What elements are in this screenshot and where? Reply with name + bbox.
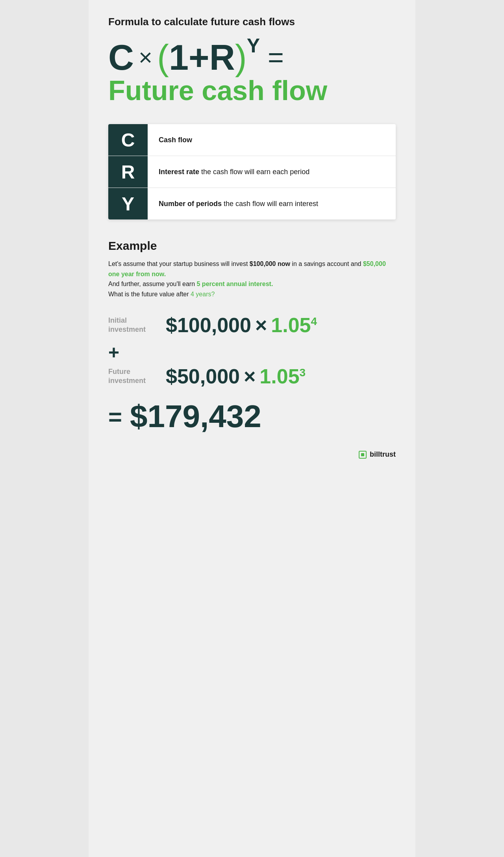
highlight-5-percent: 5 percent annual interest. bbox=[197, 281, 273, 287]
plus-sign: + bbox=[108, 343, 396, 362]
legend-item-r: R Interest rate the cash flow will earn … bbox=[108, 156, 396, 188]
initial-amount: $100,000 bbox=[166, 315, 251, 335]
formula-display: C × ( 1+R ) Y = Future cash flow bbox=[108, 40, 396, 104]
example-description: Let's assume that your startup business … bbox=[108, 259, 396, 299]
future-investment-row: Future investment $50,000 × 1.053 bbox=[108, 366, 396, 387]
future-times: × bbox=[244, 366, 256, 387]
billtrust-icon bbox=[359, 451, 367, 459]
initial-times: × bbox=[255, 315, 267, 335]
formula-equals: = bbox=[268, 44, 284, 71]
legend-bold-c: Cash flow bbox=[159, 136, 192, 144]
legend-box-y: Y bbox=[108, 188, 148, 219]
formula-result: Future cash flow bbox=[108, 77, 327, 104]
legend-item-y: Y Number of periods the cash flow will e… bbox=[108, 188, 396, 219]
future-exp: 3 bbox=[300, 366, 306, 379]
result-value: $179,432 bbox=[130, 398, 261, 435]
highlight-50k-year: $50,000 one year from now. bbox=[108, 260, 386, 277]
initial-label: Initial investment bbox=[108, 316, 159, 335]
future-rate: 1.053 bbox=[259, 366, 306, 387]
legend-text-c: Cash flow bbox=[148, 128, 203, 152]
legend-text-y: Number of periods the cash flow will ear… bbox=[148, 192, 329, 216]
legend-bold-r: Interest rate bbox=[159, 168, 199, 176]
formula-times: × bbox=[139, 46, 152, 69]
legend-bold-y: Number of periods bbox=[159, 200, 222, 208]
formula-c: C bbox=[108, 40, 134, 75]
initial-investment-row: Initial investment $100,000 × 1.054 bbox=[108, 315, 396, 335]
legend-box-c: C bbox=[108, 124, 148, 156]
branding-text: billtrust bbox=[370, 450, 396, 459]
formula-paren-close: ) bbox=[235, 40, 247, 75]
legend-text-r: Interest rate the cash flow will earn ea… bbox=[148, 160, 321, 184]
legend-letter-y: Y bbox=[122, 193, 134, 215]
future-label: Future investment bbox=[108, 367, 159, 386]
formula-group: ( 1+R ) Y bbox=[157, 40, 260, 75]
legend-letter-c: C bbox=[121, 129, 135, 151]
legend-item-c: C Cash flow bbox=[108, 124, 396, 156]
initial-investment-block: Initial investment $100,000 × 1.054 bbox=[108, 315, 396, 335]
legend-container: C Cash flow R Interest rate the cash flo… bbox=[108, 124, 396, 219]
initial-formula: $100,000 × 1.054 bbox=[166, 315, 317, 335]
future-amount: $50,000 bbox=[166, 366, 240, 387]
initial-exp: 4 bbox=[311, 315, 317, 327]
example-title: Example bbox=[108, 239, 396, 253]
page-container: Formula to calculate future cash flows C… bbox=[89, 0, 415, 857]
page-title: Formula to calculate future cash flows bbox=[108, 16, 396, 28]
branding-area: billtrust bbox=[108, 450, 396, 459]
legend-box-r: R bbox=[108, 156, 148, 188]
formula-paren-open: ( bbox=[157, 40, 169, 75]
future-formula: $50,000 × 1.053 bbox=[166, 366, 306, 387]
result-equals: = bbox=[108, 403, 122, 430]
highlight-100k-now: $100,000 now bbox=[250, 260, 290, 267]
example-section: Example Let's assume that your startup b… bbox=[108, 239, 396, 435]
future-investment-block: Future investment $50,000 × 1.053 bbox=[108, 366, 396, 387]
initial-rate: 1.054 bbox=[271, 315, 317, 335]
formula-superscript-y: Y bbox=[247, 36, 260, 56]
result-row: = $179,432 bbox=[108, 398, 396, 435]
highlight-4-years: 4 years? bbox=[191, 291, 215, 297]
legend-letter-r: R bbox=[121, 161, 135, 183]
billtrust-icon-inner bbox=[361, 453, 364, 456]
formula-one-plus-r: 1+R bbox=[169, 40, 235, 75]
